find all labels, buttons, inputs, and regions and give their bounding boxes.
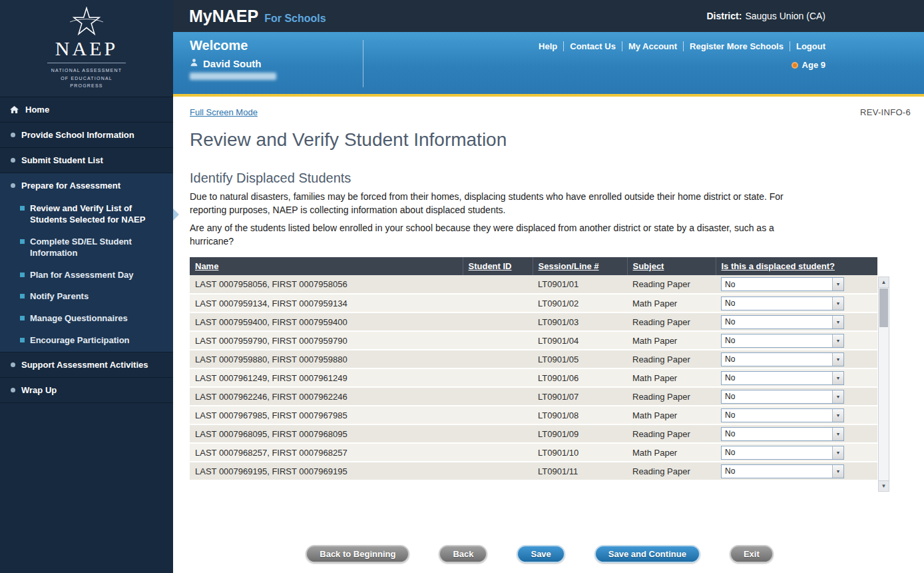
save-and-continue-button[interactable]: Save and Continue (594, 545, 700, 563)
exit-button[interactable]: Exit (730, 545, 774, 563)
square-bullet-icon (20, 273, 25, 277)
student-id-cell (463, 294, 533, 312)
chevron-down-icon: ▼ (832, 390, 843, 403)
brand-name: MyNAEP (189, 7, 258, 26)
nav-link-contact-us[interactable]: Contact Us (564, 41, 622, 51)
displaced-cell: No ▼ (716, 368, 877, 387)
subject-cell: Reading Paper (627, 387, 716, 406)
scroll-down-button[interactable]: ▼ (879, 480, 889, 491)
displaced-cell: No ▼ (716, 462, 877, 480)
table-row: LAST 0007958056, FIRST 0007958056 LT0901… (190, 275, 877, 294)
nav-link-register-more-schools[interactable]: Register More Schools (684, 41, 790, 51)
column-header-name[interactable]: Name (190, 257, 463, 275)
student-name-cell: LAST 0007968095, FIRST 0007968095 (190, 424, 463, 443)
table-row: LAST 0007959880, FIRST 0007959880 LT0901… (190, 350, 877, 368)
age-dot-icon (792, 62, 798, 69)
student-name-cell: LAST 0007968257, FIRST 0007968257 (190, 443, 463, 462)
column-header-subject[interactable]: Subject (627, 257, 716, 275)
sidebar-subitem-notify-parents[interactable]: Notify Parents (0, 286, 173, 308)
sidebar-subitem-review-and-verify-list[interactable]: Review and Verify List of Students Selec… (0, 198, 173, 231)
subject-cell: Reading Paper (627, 312, 716, 331)
header-divider (363, 40, 363, 87)
main-column: MyNAEP For Schools District:Saugus Union… (173, 0, 924, 573)
table-row: LAST 0007968257, FIRST 0007968257 LT0901… (190, 443, 877, 462)
scroll-thumb[interactable] (879, 288, 888, 327)
back-to-beginning-button[interactable]: Back to Beginning (306, 545, 409, 563)
page-code: REV-INFO-6 (860, 107, 911, 117)
save-button[interactable]: Save (517, 545, 565, 563)
subject-cell: Reading Paper (627, 350, 716, 368)
sidebar-group-prepare-for-assessment: Prepare for Assessment Review and Verify… (0, 173, 173, 352)
displaced-cell: No ▼ (716, 387, 877, 406)
displaced-student-select[interactable]: No ▼ (721, 315, 844, 329)
nav-link-my-account[interactable]: My Account (622, 41, 684, 51)
student-name-cell: LAST 0007959880, FIRST 0007959880 (190, 350, 463, 368)
chevron-down-icon: ▼ (832, 334, 843, 347)
session-line-cell: LT0901/02 (533, 294, 627, 312)
displaced-student-select[interactable]: No ▼ (721, 408, 844, 422)
sidebar-item-support-assessment-activities[interactable]: Support Assessment Activities (0, 352, 173, 378)
sidebar-subitem-plan-for-assessment-day[interactable]: Plan for Assessment Day (0, 265, 173, 286)
table-scrollbar[interactable]: ▲ ▼ (878, 277, 889, 492)
table-row: LAST 0007968095, FIRST 0007968095 LT0901… (190, 424, 877, 443)
age-badge[interactable]: Age 9 (792, 60, 825, 70)
sidebar-subitem-manage-questionnaires[interactable]: Manage Questionnaires (0, 308, 173, 330)
displaced-student-select[interactable]: No ▼ (721, 277, 844, 291)
chevron-down-icon: ▼ (832, 428, 843, 440)
table-row: LAST 0007969195, FIRST 0007969195 LT0901… (190, 462, 877, 480)
session-line-cell: LT0901/06 (533, 368, 627, 387)
sidebar-item-provide-school-information[interactable]: Provide School Information (0, 123, 173, 148)
student-id-cell (463, 387, 533, 406)
column-header-session-line[interactable]: Session/Line # (533, 257, 627, 275)
sidebar-item-label: Prepare for Assessment (21, 181, 120, 191)
column-header-displaced[interactable]: Is this a displaced student? (716, 257, 877, 275)
back-button[interactable]: Back (439, 545, 487, 563)
displaced-student-select[interactable]: No ▼ (721, 371, 844, 385)
nav-link-help[interactable]: Help (533, 41, 564, 51)
student-name-cell: LAST 0007959790, FIRST 0007959790 (190, 331, 463, 350)
sidebar-item-submit-student-list[interactable]: Submit Student List (0, 148, 173, 173)
subject-cell: Math Paper (627, 443, 716, 462)
student-name-cell: LAST 0007958056, FIRST 0007958056 (190, 275, 463, 294)
table-row: LAST 0007967985, FIRST 0007967985 LT0901… (190, 406, 877, 424)
displaced-student-select[interactable]: No ▼ (721, 352, 844, 366)
student-id-cell (463, 406, 533, 424)
sidebar-subitem-label: Manage Questionnaires (30, 313, 128, 324)
displaced-cell: No ▼ (716, 275, 877, 294)
sidebar-item-wrap-up[interactable]: Wrap Up (0, 378, 173, 403)
displaced-student-select[interactable]: No ▼ (721, 464, 844, 478)
displaced-student-select[interactable]: No ▼ (721, 296, 844, 310)
sidebar-subitem-encourage-participation[interactable]: Encourage Participation (0, 330, 173, 352)
sidebar-item-prepare-for-assessment[interactable]: Prepare for Assessment (0, 173, 173, 198)
displaced-student-select[interactable]: No ▼ (721, 390, 844, 404)
session-line-cell: LT0901/01 (533, 275, 627, 294)
displaced-student-select[interactable]: No ▼ (721, 334, 844, 348)
student-name-cell: LAST 0007969195, FIRST 0007969195 (190, 462, 463, 480)
chevron-down-icon: ▼ (832, 297, 843, 310)
displaced-student-select[interactable]: No ▼ (721, 427, 844, 441)
displaced-student-select[interactable]: No ▼ (721, 446, 844, 460)
sidebar-subitem-label: Review and Verify List of Students Selec… (30, 203, 164, 226)
chevron-down-icon: ▼ (832, 372, 843, 384)
user-name: David South (203, 58, 262, 69)
chevron-down-icon: ▼ (832, 353, 843, 366)
square-bullet-icon (20, 239, 25, 244)
nav-link-logout[interactable]: Logout (790, 41, 825, 51)
scroll-track[interactable] (879, 288, 889, 480)
sidebar-item-home[interactable]: Home (0, 97, 173, 123)
scroll-up-button[interactable]: ▲ (879, 277, 889, 288)
sidebar-subitem-complete-sd-el-information[interactable]: Complete SD/EL Student Information (0, 231, 173, 265)
district-value: Saugus Union (CA) (745, 11, 825, 21)
table-row: LAST 0007959400, FIRST 0007959400 LT0901… (190, 312, 877, 331)
column-header-student-id[interactable]: Student ID (463, 257, 533, 275)
home-icon (9, 105, 19, 114)
table-row: LAST 0007959134, FIRST 0007959134 LT0901… (190, 294, 877, 312)
header-right: Help Contact Us My Account Register More… (533, 41, 825, 71)
displaced-cell: No ▼ (716, 331, 877, 350)
subject-cell: Reading Paper (627, 424, 716, 443)
chevron-down-icon: ▼ (832, 278, 843, 290)
full-screen-mode-link[interactable]: Full Screen Mode (190, 107, 258, 117)
student-name-cell: LAST 0007967985, FIRST 0007967985 (190, 406, 463, 424)
session-line-cell: LT0901/03 (533, 312, 627, 331)
table-header-row: Name Student ID Session/Line # Subject I… (190, 257, 877, 275)
